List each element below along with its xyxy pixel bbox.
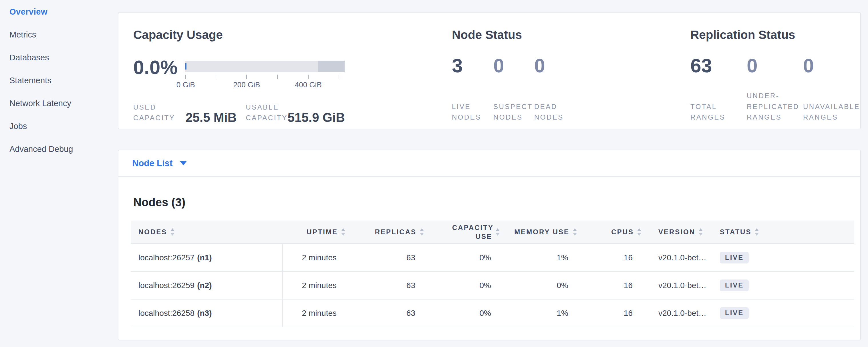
capacity-bar-chart: 0 GiB 200 GiB 400 GiB	[185, 61, 345, 90]
capacity-used-percent: 0.0%	[133, 56, 178, 78]
sidebar-item-metrics[interactable]: Metrics	[9, 23, 113, 46]
dead-nodes-stat: 0 DEAD NODES	[534, 56, 580, 122]
uptime-cell: 2 minutes	[282, 244, 348, 271]
total-ranges-value: 63	[690, 56, 747, 76]
column-header-label: VERSION	[658, 228, 695, 236]
status-cell: LIVE	[718, 272, 854, 299]
column-header-status[interactable]: STATUS	[718, 228, 854, 236]
suspect-nodes-value: 0	[493, 56, 534, 76]
node-list-selector-label: Node List	[132, 158, 173, 168]
column-header-version[interactable]: VERSION	[644, 228, 718, 236]
version-cell: v20.1.0-bet…	[644, 272, 718, 299]
node-host: localhost:26258	[138, 309, 194, 318]
axis-tick	[277, 75, 278, 79]
axis-tick	[246, 75, 247, 79]
sort-icon	[170, 228, 175, 236]
nodes-table-header: NODES UPTIME REPLICAS CAPACITY USE MEMOR…	[131, 221, 854, 244]
node-address-cell[interactable]: localhost:26258 (n3)	[131, 299, 282, 327]
column-header-label: CPUS	[611, 228, 634, 236]
replicas-cell: 63	[348, 244, 427, 271]
cpus-cell: 16	[580, 272, 644, 299]
sidebar-item-overview[interactable]: Overview	[9, 0, 113, 23]
node-id: (n2)	[197, 281, 212, 290]
capacity-axis-ticks	[185, 75, 345, 79]
replication-stats: 63 TOTAL RANGES 0 UNDER-REPLICATED RANGE…	[690, 56, 862, 122]
replicas-cell: 63	[348, 299, 427, 327]
node-address-cell[interactable]: localhost:26257 (n1)	[131, 244, 282, 271]
sidebar-item-databases[interactable]: Databases	[9, 46, 113, 69]
replicas-cell: 63	[348, 272, 427, 299]
capacity-bar-other-segment	[318, 61, 345, 72]
replication-status-title: Replication Status	[690, 28, 795, 42]
node-list-selector[interactable]: Node List	[118, 150, 860, 177]
uptime-cell: 2 minutes	[282, 272, 348, 299]
suspect-nodes-label: SUSPECT NODES	[493, 101, 534, 122]
column-header-replicas[interactable]: REPLICAS	[348, 228, 427, 236]
sort-icon	[341, 228, 345, 236]
node-status-title: Node Status	[452, 28, 522, 42]
nodes-table: NODES UPTIME REPLICAS CAPACITY USE MEMOR…	[131, 221, 854, 327]
capacity-bar	[185, 61, 345, 72]
table-row-node-3[interactable]: localhost:26258 (n3) 2 minutes 63 0% 1% …	[131, 299, 854, 327]
node-host: localhost:26259	[138, 281, 194, 290]
capacity-stats-row: USED CAPACITY 25.5 MiB USABLE CAPACITY 5…	[133, 102, 345, 123]
column-header-label: NODES	[138, 228, 167, 236]
sidebar-item-network-latency[interactable]: Network Latency	[9, 92, 113, 115]
total-ranges-label: TOTAL RANGES	[690, 101, 740, 122]
column-header-nodes[interactable]: NODES	[131, 228, 282, 236]
axis-tick	[216, 75, 216, 79]
node-id: (n1)	[197, 253, 212, 262]
node-status-stats: 3 LIVE NODES 0 SUSPECT NODES 0 DEAD NODE…	[452, 56, 580, 122]
column-header-label: REPLICAS	[375, 228, 416, 236]
usable-capacity-value: 515.9 GiB	[288, 111, 345, 124]
live-nodes-value: 3	[452, 56, 493, 76]
sort-icon	[573, 228, 577, 236]
status-badge: LIVE	[720, 307, 749, 319]
sort-icon	[699, 228, 703, 236]
column-header-memory-use[interactable]: MEMORY USE	[502, 228, 580, 236]
capacity-axis-labels: 0 GiB 200 GiB 400 GiB	[185, 81, 345, 90]
memory-use-cell: 0%	[502, 272, 580, 299]
dead-nodes-label: DEAD NODES	[534, 101, 580, 122]
sort-icon	[755, 228, 759, 236]
axis-label: 0 GiB	[177, 81, 195, 89]
cluster-summary-card: Capacity Usage 0.0% 0 GiB 200 GiB 400 Gi…	[118, 12, 861, 129]
sort-icon	[420, 228, 424, 236]
sort-icon	[496, 228, 500, 236]
nodes-count-heading: Nodes (3)	[133, 196, 185, 209]
cpus-cell: 16	[580, 299, 644, 327]
table-row-node-1[interactable]: localhost:26257 (n1) 2 minutes 63 0% 1% …	[131, 244, 854, 272]
used-capacity-value: 25.5 MiB	[186, 111, 237, 124]
memory-use-cell: 1%	[502, 244, 580, 271]
under-replicated-ranges-value: 0	[747, 56, 803, 76]
sidebar-item-jobs[interactable]: Jobs	[9, 115, 113, 137]
uptime-cell: 2 minutes	[282, 299, 348, 327]
sort-icon	[637, 228, 641, 236]
total-ranges-stat: 63 TOTAL RANGES	[690, 56, 747, 122]
table-row-node-2[interactable]: localhost:26259 (n2) 2 minutes 63 0% 0% …	[131, 272, 854, 299]
suspect-nodes-stat: 0 SUSPECT NODES	[493, 56, 534, 122]
column-header-label: MEMORY USE	[514, 228, 569, 236]
status-cell: LIVE	[718, 244, 854, 271]
status-badge: LIVE	[720, 280, 749, 291]
unavailable-ranges-label: UNAVAILABLE RANGES	[803, 101, 862, 122]
column-header-cpus[interactable]: CPUS	[580, 228, 644, 236]
under-replicated-ranges-stat: 0 UNDER-REPLICATED RANGES	[747, 56, 803, 122]
node-address-cell[interactable]: localhost:26259 (n2)	[131, 272, 282, 299]
status-badge: LIVE	[720, 252, 749, 263]
version-cell: v20.1.0-bet…	[644, 244, 718, 271]
sidebar-item-statements[interactable]: Statements	[9, 69, 113, 92]
capacity-usage-title: Capacity Usage	[133, 28, 223, 42]
sidebar-nav: Overview Metrics Databases Statements Ne…	[9, 0, 113, 160]
column-header-uptime[interactable]: UPTIME	[282, 228, 348, 236]
cpus-cell: 16	[580, 244, 644, 271]
version-cell: v20.1.0-bet…	[644, 299, 718, 327]
axis-label: 400 GiB	[295, 81, 322, 89]
node-host: localhost:26257	[138, 253, 194, 262]
unavailable-ranges-stat: 0 UNAVAILABLE RANGES	[803, 56, 862, 122]
axis-tick	[308, 75, 309, 79]
sidebar-item-advanced-debug[interactable]: Advanced Debug	[9, 137, 113, 160]
column-header-capacity-use[interactable]: CAPACITY USE	[427, 223, 502, 241]
column-header-label: CAPACITY USE	[452, 223, 492, 241]
column-header-label: STATUS	[720, 228, 751, 236]
